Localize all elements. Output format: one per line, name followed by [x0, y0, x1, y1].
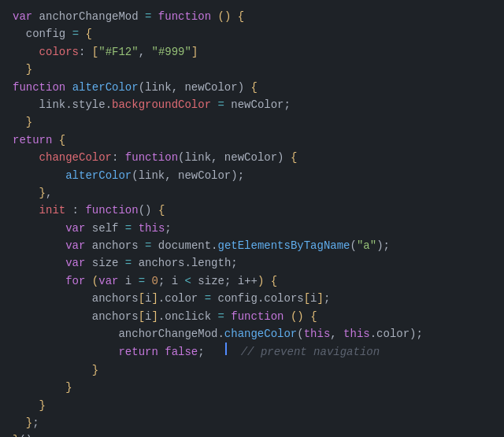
code-line-1: var anchorChangeMod = function () { [0, 8, 504, 25]
code-line-11: }, [0, 184, 504, 202]
code-line-22: } [0, 379, 504, 396]
code-line-14: var anchors = document.getElementsByTagN… [0, 237, 504, 254]
code-line-3: colors: ["#F12", "#999"] [0, 43, 504, 61]
code-line-19: anchorChangeMod.changeColor(this, this.c… [0, 325, 504, 343]
code-line-6: link.style.backgroundColor = newColor; [0, 96, 504, 113]
code-line-21: } [0, 361, 504, 379]
code-line-5: function alterColor(link, newColor) { [0, 79, 504, 96]
code-line-4: } [0, 61, 504, 78]
code-line-2: config = { [0, 25, 504, 43]
code-editor[interactable]: var anchorChangeMod = function () { conf… [0, 0, 504, 437]
code-line-8: return { [0, 131, 504, 149]
code-line-12: init : function() { [0, 202, 504, 219]
code-line-18: anchors[i].onclick = function () { [0, 308, 504, 325]
code-line-24: }; [0, 414, 504, 431]
code-line-13: var self = this; [0, 220, 504, 237]
code-line-7: } [0, 113, 504, 131]
code-line-23: } [0, 397, 504, 414]
code-line-10: alterColor(link, newColor); [0, 167, 504, 184]
code-line-16: for (var i = 0; i < size; i++) { [0, 272, 504, 290]
code-line-17: anchors[i].color = config.colors[i]; [0, 290, 504, 307]
code-line-25: }(); [0, 431, 504, 437]
code-line-15: var size = anchors.length; [0, 254, 504, 272]
code-line-9: changeColor: function(link, newColor) { [0, 149, 504, 166]
code-line-20: return false; // prevent navigation [0, 343, 504, 361]
